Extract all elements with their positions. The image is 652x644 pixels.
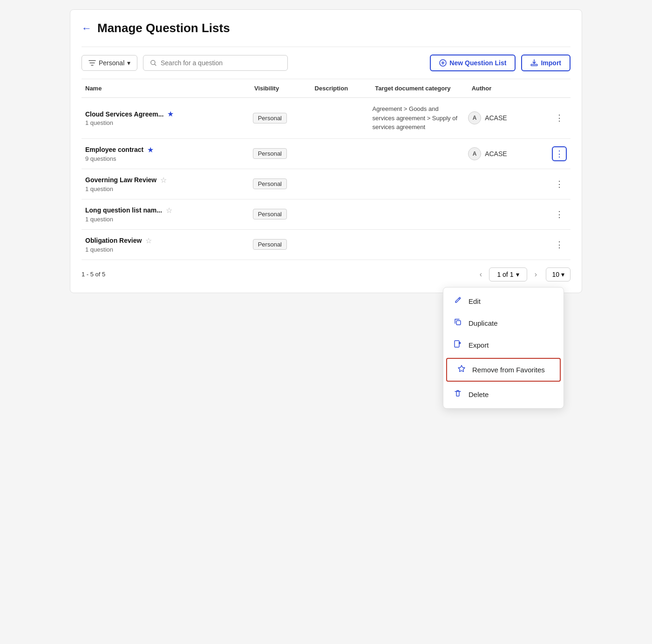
menu-item-duplicate[interactable]: Duplicate (443, 312, 564, 334)
menu-item-edit[interactable]: Edit (443, 290, 564, 312)
author-name: ACASE (485, 150, 507, 158)
new-question-list-button[interactable]: New Question List (430, 55, 516, 71)
visibility-cell: Personal (249, 113, 309, 123)
author-cell: A ACASE (464, 147, 548, 160)
menu-item-remove-favorites[interactable]: Remove from Favorites (446, 358, 561, 382)
author-cell: A ACASE (464, 111, 548, 124)
visibility-badge: Personal (253, 239, 287, 250)
item-name: Governing Law Review (85, 176, 156, 184)
name-cell: Employee contract ★ 9 questions (82, 145, 249, 162)
page-label: 1 of 1 (497, 271, 513, 278)
table-row: Governing Law Review ☆ 1 question Person… (82, 169, 570, 199)
pagination: 1 - 5 of 5 ‹ 1 of 1 ▾ › 10 ▾ (82, 267, 570, 281)
visibility-cell: Personal (249, 209, 309, 219)
context-menu: Edit Duplicate Export (443, 287, 564, 409)
page-nav: ‹ 1 of 1 ▾ › (474, 267, 542, 281)
star-filled-icon[interactable]: ★ (167, 110, 174, 118)
page-header: ← Manage Question Lists (82, 21, 570, 35)
item-name: Employee contract (85, 146, 143, 153)
menu-duplicate-label: Duplicate (469, 319, 498, 327)
visibility-cell: Personal (249, 239, 309, 250)
actions-cell: ⋮ (548, 146, 570, 161)
row-menu-button[interactable]: ⋮ (552, 207, 567, 222)
filter-label: Personal (99, 59, 124, 67)
plus-circle-icon (439, 59, 447, 67)
page-container: ← Manage Question Lists Personal ▾ New Q… (70, 9, 582, 293)
chevron-down-icon: ▾ (561, 271, 564, 278)
item-sub: 1 question (85, 119, 245, 126)
visibility-badge: Personal (253, 209, 287, 219)
visibility-cell: Personal (249, 148, 309, 159)
menu-remove-fav-label: Remove from Favorites (472, 366, 545, 374)
author-name: ACASE (485, 114, 507, 122)
actions-cell: ⋮ (548, 207, 570, 222)
table-container: Name Visibility Description Target docum… (82, 79, 570, 260)
name-cell: Cloud Services Agreem... ★ 1 question (82, 110, 249, 126)
item-name: Cloud Services Agreem... (85, 110, 163, 118)
toolbar: Personal ▾ New Question List Import (82, 47, 570, 79)
menu-item-delete[interactable]: Delete (443, 384, 564, 405)
svg-rect-2 (531, 64, 537, 66)
table-header: Name Visibility Description Target docum… (82, 79, 570, 98)
per-page-selector[interactable]: 10 ▾ (546, 267, 570, 281)
col-author: Author (468, 85, 552, 92)
visibility-cell: Personal (249, 178, 309, 189)
col-visibility: Visibility (251, 85, 311, 92)
col-description: Description (311, 85, 372, 92)
item-sub: 1 question (85, 185, 245, 192)
row-menu-button[interactable]: ⋮ (552, 177, 567, 192)
import-button[interactable]: Import (521, 55, 570, 71)
star-filled-icon[interactable]: ★ (147, 145, 154, 154)
col-name: Name (82, 85, 251, 92)
star-empty-icon[interactable]: ☆ (166, 206, 172, 215)
star-empty-icon[interactable]: ☆ (160, 176, 167, 185)
star-empty-icon[interactable]: ☆ (145, 236, 152, 245)
col-target-doc: Target document category (371, 85, 468, 92)
page-select[interactable]: 1 of 1 ▾ (489, 267, 527, 281)
row-menu-button[interactable]: ⋮ (552, 237, 567, 252)
avatar: A (468, 111, 481, 124)
edit-icon (453, 296, 463, 307)
back-button[interactable]: ← (82, 22, 92, 34)
col-actions (552, 85, 570, 92)
table-row: Cloud Services Agreem... ★ 1 question Pe… (82, 98, 570, 139)
table-row: Long question list nam... ☆ 1 question P… (82, 199, 570, 230)
table-row: Obligation Review ☆ 1 question Personal … (82, 230, 570, 260)
per-page-value: 10 (552, 271, 559, 278)
name-cell: Governing Law Review ☆ 1 question (82, 176, 249, 192)
item-sub: 1 question (85, 246, 245, 253)
category-cell: Agreement > Goods and services agreement… (369, 104, 465, 132)
item-name: Obligation Review (85, 237, 142, 244)
filter-button[interactable]: Personal ▾ (82, 55, 137, 71)
item-sub: 9 questions (85, 155, 245, 162)
prev-page-button[interactable]: ‹ (474, 268, 487, 281)
table-row: Employee contract ★ 9 questions Personal… (82, 139, 570, 169)
svg-rect-3 (456, 321, 461, 325)
menu-item-export[interactable]: Export (443, 334, 564, 356)
menu-export-label: Export (469, 341, 489, 349)
import-icon (530, 59, 538, 67)
row-menu-button[interactable]: ⋮ (552, 110, 567, 125)
search-icon (150, 59, 157, 67)
menu-edit-label: Edit (469, 297, 481, 305)
filter-icon (88, 59, 96, 67)
search-input[interactable] (161, 59, 281, 67)
next-page-button[interactable]: › (529, 268, 542, 281)
menu-delete-label: Delete (469, 391, 489, 398)
page-title: Manage Question Lists (97, 21, 230, 35)
chevron-down-icon: ▾ (516, 271, 519, 278)
actions-cell: ⋮ (548, 110, 570, 125)
avatar: A (468, 147, 481, 160)
svg-rect-4 (455, 341, 459, 347)
import-label: Import (541, 59, 561, 67)
export-icon (453, 340, 463, 350)
actions-cell: ⋮ (548, 177, 570, 192)
duplicate-icon (453, 318, 463, 329)
row-menu-button-active[interactable]: ⋮ (552, 146, 567, 161)
name-cell: Obligation Review ☆ 1 question (82, 236, 249, 253)
actions-cell: ⋮ (548, 237, 570, 252)
trash-icon (453, 389, 463, 400)
star-empty-icon (456, 364, 467, 375)
search-box (143, 55, 288, 71)
new-question-list-label: New Question List (449, 59, 506, 67)
